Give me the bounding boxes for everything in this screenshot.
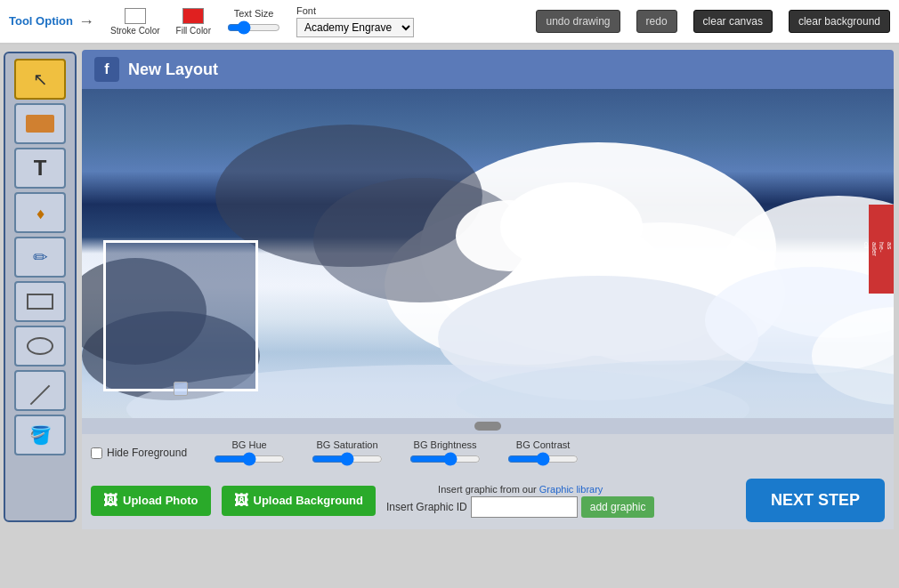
text-tool-button[interactable]: T (14, 148, 66, 189)
transform-tool-button[interactable]: ⬧ (14, 192, 66, 233)
pen-icon: ✏ (33, 246, 48, 268)
font-label: Font (296, 5, 414, 16)
bucket-tool-button[interactable]: 🪣 (14, 415, 66, 455)
bg-contrast-label: BG Contrast (516, 439, 571, 450)
bg-saturation-slider[interactable] (312, 452, 383, 466)
upload-photo-icon: 🖼 (103, 493, 117, 509)
bucket-icon: 🪣 (29, 424, 52, 446)
hide-foreground-checkbox[interactable] (91, 447, 102, 459)
text-icon: T (34, 156, 47, 181)
redo-button[interactable]: redo (636, 10, 677, 33)
arrow-icon: → (78, 12, 94, 31)
add-graphic-button[interactable]: add graphic (581, 496, 655, 518)
graphic-library-text: Insert graphic from our Graphic library (438, 484, 603, 495)
canvas-container[interactable]: Useashe-adercli (82, 89, 894, 418)
eraser-tool-button[interactable] (14, 103, 66, 144)
scroll-thumb (474, 422, 501, 431)
main-area: ↖ T ⬧ ✏ 🪣 f N (0, 44, 899, 529)
eraser-icon (26, 115, 54, 133)
graphic-insert-section: Insert graphic from our Graphic library … (386, 484, 654, 518)
text-size-slider[interactable] (227, 20, 280, 35)
fill-color-label: Fill Color (176, 26, 211, 36)
canvas-area: f New Layout (80, 44, 899, 529)
clear-background-button[interactable]: clear background (789, 10, 890, 33)
upload-photo-label: Upload Photo (123, 494, 198, 507)
ellipse-icon (27, 337, 53, 355)
bg-brightness-label: BG Brightness (414, 439, 477, 450)
bg-saturation-label: BG Saturation (317, 439, 378, 450)
select-icon: ↖ (33, 68, 48, 90)
line-icon (30, 385, 51, 406)
bg-hue-label: BG Hue (231, 439, 266, 450)
bg-brightness-slider[interactable] (409, 452, 481, 466)
right-popup[interactable]: Useashe-adercli (869, 205, 894, 294)
graphic-id-input[interactable] (471, 496, 578, 518)
line-tool-button[interactable] (14, 370, 66, 411)
rectangle-icon (27, 294, 53, 310)
graphic-library-link[interactable]: Graphic library (539, 484, 603, 495)
hide-foreground-label: Hide Foreground (107, 447, 187, 459)
right-popup-text: Useashe-adercli (862, 242, 894, 256)
scroll-handle[interactable] (82, 418, 894, 434)
select-tool-button[interactable]: ↖ (14, 59, 66, 100)
photo-selection-box[interactable] (103, 240, 258, 391)
bottom-bar: 🖼 Upload Photo 🖼 Upload Background Inser… (82, 471, 894, 529)
bg-hue-slider[interactable] (214, 452, 285, 466)
selection-handle[interactable] (174, 382, 188, 396)
stroke-color-label: Stroke Color (110, 26, 160, 36)
upload-bg-icon: 🖼 (234, 493, 248, 509)
top-toolbar: Tool Option → Stroke Color Fill Color Te… (0, 0, 899, 44)
undo-button[interactable]: undo drawing (536, 10, 620, 33)
fill-color-swatch[interactable] (182, 8, 204, 24)
rectangle-tool-button[interactable] (14, 281, 66, 322)
font-select[interactable]: Academy Engrave Arial Times New Roman Ve… (296, 18, 414, 37)
clear-canvas-button[interactable]: clear canvas (693, 10, 773, 33)
ellipse-tool-button[interactable] (14, 326, 66, 366)
upload-background-button[interactable]: 🖼 Upload Background (222, 486, 377, 516)
canvas-wrapper: Useashe-adercli (82, 89, 894, 434)
next-step-button[interactable]: NEXT STEP (746, 479, 885, 522)
upload-background-label: Upload Background (254, 494, 364, 507)
pen-tool-button[interactable]: ✏ (14, 237, 66, 278)
upload-photo-button[interactable]: 🖼 Upload Photo (91, 486, 211, 516)
facebook-icon: f (94, 57, 119, 82)
stroke-color-swatch[interactable] (125, 8, 146, 24)
controls-bar: Hide Foreground BG Hue BG Saturation BG … (82, 434, 894, 471)
transform-icon: ⬧ (35, 201, 46, 224)
svg-point-14 (456, 200, 563, 271)
left-toolbar: ↖ T ⬧ ✏ 🪣 (4, 52, 77, 522)
tool-option-label: Tool Option (9, 14, 73, 28)
text-size-label: Text Size (234, 8, 274, 19)
graphic-id-label: Insert Graphic ID (386, 501, 467, 513)
canvas-header: f New Layout (82, 50, 894, 89)
canvas-title: New Layout (128, 60, 218, 79)
bg-contrast-slider[interactable] (507, 452, 579, 466)
